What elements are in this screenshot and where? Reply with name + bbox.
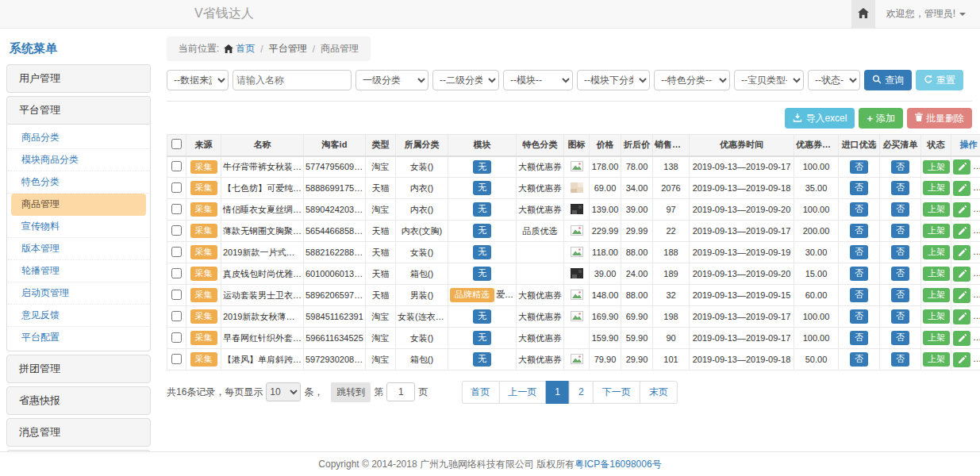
discount-price: 78.00 (621, 156, 653, 178)
row-checkbox[interactable] (171, 311, 182, 321)
edit-button[interactable] (953, 159, 970, 175)
must-buy-flag-badge[interactable]: 否 (891, 267, 909, 280)
must-buy-flag-badge[interactable]: 否 (891, 288, 909, 301)
edit-button[interactable] (953, 245, 970, 260)
status-badge[interactable]: 上架 (923, 181, 950, 194)
must-buy-flag-badge[interactable]: 否 (891, 331, 909, 344)
imported-flag-badge[interactable]: 否 (850, 267, 868, 280)
edit-button[interactable] (953, 224, 970, 239)
breadcrumb-home-link[interactable]: 首页 (236, 42, 255, 56)
imported-flag-badge[interactable]: 否 (850, 160, 868, 174)
filter-level1-category-select[interactable]: 一级分类 (355, 70, 429, 90)
edit-button[interactable] (953, 352, 970, 367)
search-button[interactable]: 查询 (864, 70, 912, 90)
select-all-checkbox[interactable] (171, 139, 182, 149)
import-icon (793, 113, 802, 125)
batch-delete-button[interactable]: 批量删除 (907, 108, 972, 129)
must-buy-flag-badge[interactable]: 否 (891, 181, 909, 194)
import-excel-button[interactable]: 导入excel (785, 108, 855, 129)
imported-flag-badge[interactable]: 否 (850, 309, 868, 323)
row-checkbox[interactable] (171, 290, 182, 300)
jump-page-input[interactable] (386, 382, 415, 401)
status-badge[interactable]: 上架 (923, 331, 950, 344)
table-row: 采集牛仔背带裤女秋装减龄...577479560965淘宝女装()无大额优惠券1… (167, 156, 980, 178)
row-checkbox[interactable] (171, 182, 182, 193)
row-checkbox[interactable] (171, 268, 182, 278)
ops-cell (951, 156, 980, 178)
must-buy-flag-badge[interactable]: 否 (891, 224, 909, 237)
imported-flag-badge[interactable]: 否 (850, 288, 868, 301)
sidebar-subitem-goods-mgmt[interactable]: 商品管理 (11, 194, 146, 216)
status-cell: 上架 (921, 156, 951, 178)
row-checkbox[interactable] (171, 204, 182, 214)
status-badge[interactable]: 上架 (923, 202, 950, 216)
sidebar-subitem-goods-category[interactable]: 商品分类 (7, 127, 150, 149)
imported-flag-badge[interactable]: 否 (850, 352, 868, 366)
edit-button[interactable] (953, 309, 970, 324)
imported-flag-badge[interactable]: 否 (850, 181, 868, 194)
column-header: 状态 (921, 135, 951, 156)
status-badge[interactable]: 上架 (923, 309, 950, 323)
home-button[interactable] (851, 0, 875, 28)
sidebar-subitem-feedback[interactable]: 意见反馈 (7, 305, 150, 327)
sidebar-item-platform-mgmt[interactable]: 平台管理 (6, 96, 151, 125)
sidebar-subitem-feature-category[interactable]: 特色分类 (7, 171, 150, 194)
status-badge[interactable]: 上架 (923, 224, 950, 237)
row-checkbox[interactable] (171, 332, 182, 343)
sidebar-item-message-mgmt[interactable]: 消息管理 (6, 418, 151, 447)
sidebar-item-user-mgmt[interactable]: 用户管理 (6, 64, 151, 93)
must-buy-flag-badge[interactable]: 否 (891, 160, 909, 174)
filter-item-type-select[interactable]: --宝贝类型-- (734, 70, 804, 90)
page-button-下一页[interactable]: 下一页 (593, 381, 640, 404)
must-buy-flag-badge[interactable]: 否 (891, 309, 909, 323)
edit-button[interactable] (953, 288, 970, 303)
edit-button[interactable] (953, 331, 970, 346)
filter-level2-category-select[interactable]: --二级分类-- (432, 70, 499, 90)
sidebar-subitem-version-mgmt[interactable]: 版本管理 (7, 238, 150, 260)
status-badge[interactable]: 上架 (923, 245, 950, 259)
edit-button[interactable] (953, 202, 970, 217)
filter-name-input[interactable] (233, 70, 352, 90)
user-menu[interactable]: 欢迎您，管理员! (875, 7, 980, 21)
page-button-上一页[interactable]: 上一页 (498, 381, 546, 404)
status-badge[interactable]: 上架 (923, 352, 950, 366)
row-checkbox[interactable] (171, 225, 182, 236)
add-button[interactable]: + 添加 (859, 108, 903, 129)
imported-flag-badge[interactable]: 否 (850, 224, 868, 237)
status-badge[interactable]: 上架 (923, 160, 950, 174)
breadcrumb-platform-link[interactable]: 平台管理 (269, 42, 307, 56)
filter-module-select[interactable]: --模块-- (503, 70, 573, 90)
page-button-2[interactable]: 2 (569, 381, 594, 404)
filter-status-select[interactable]: --状态-- (808, 70, 860, 90)
page-button-首页[interactable]: 首页 (461, 381, 499, 404)
sidebar-subitem-platform-config[interactable]: 平台配置 (7, 327, 150, 348)
status-badge[interactable]: 上架 (923, 288, 950, 301)
sidebar-subitem-splash-mgmt[interactable]: 启动页管理 (7, 282, 150, 305)
edit-button[interactable] (953, 181, 970, 196)
must-buy-flag-badge[interactable]: 否 (891, 245, 909, 259)
filter-feature-category-select[interactable]: --特色分类-- (654, 70, 730, 90)
jump-to-button[interactable]: 跳转到 (331, 382, 371, 402)
must-buy-flag-badge[interactable]: 否 (891, 202, 909, 216)
imported-flag-badge[interactable]: 否 (850, 331, 868, 344)
sidebar-subitem-carousel-mgmt[interactable]: 轮播管理 (7, 260, 150, 282)
filter-data-source-select[interactable]: --数据来源-- (167, 70, 229, 90)
row-checkbox[interactable] (171, 354, 182, 364)
must-buy-flag-badge[interactable]: 否 (891, 352, 909, 366)
page-button-1[interactable]: 1 (545, 381, 570, 404)
reset-button[interactable]: 重置 (916, 70, 963, 90)
page-size-select[interactable]: 10 (266, 382, 301, 401)
sidebar-subitem-promo-material[interactable]: 宣传物料 (7, 216, 150, 238)
sidebar-item-group-buy-mgmt[interactable]: 拼团管理 (6, 355, 151, 383)
page-button-末页[interactable]: 末页 (640, 381, 678, 404)
filter-module-subcategory-select[interactable]: --模块下分类-- (577, 70, 650, 90)
imported-flag-badge[interactable]: 否 (850, 202, 868, 216)
sidebar-item-savings-news[interactable]: 省惠快报 (6, 386, 151, 415)
sidebar-subitem-module-goods-category[interactable]: 模块商品分类 (7, 149, 150, 171)
edit-button[interactable] (953, 267, 970, 282)
row-checkbox[interactable] (171, 161, 182, 171)
status-badge[interactable]: 上架 (923, 267, 950, 280)
row-checkbox[interactable] (171, 247, 182, 257)
icp-link[interactable]: 粤ICP备16098006号 (575, 458, 661, 471)
imported-flag-badge[interactable]: 否 (850, 245, 868, 259)
